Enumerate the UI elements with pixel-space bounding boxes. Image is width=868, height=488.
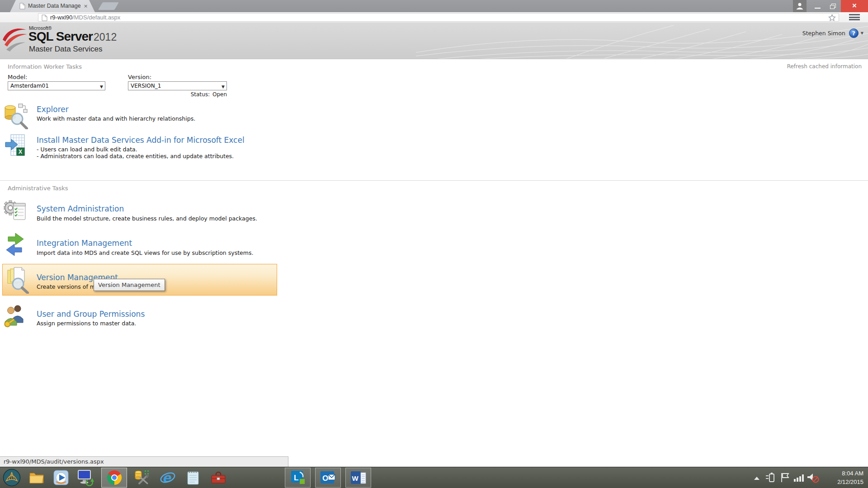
outlook-taskbar-icon[interactable]: O — [315, 468, 341, 488]
lync-taskbar-icon[interactable]: L — [285, 468, 311, 488]
version-select[interactable]: VERSION_1 ▼ — [128, 81, 227, 90]
version-management-icon[interactable] — [6, 267, 32, 294]
page-icon — [42, 14, 47, 21]
integration-management-icon[interactable] — [4, 231, 26, 256]
address-bar[interactable]: r9-wxl90/MDS/default.aspx — [38, 13, 839, 22]
status-label: Status: — [191, 91, 210, 98]
sql-server-logo-icon — [2, 24, 28, 52]
start-button[interactable] — [2, 468, 21, 487]
integration-management-desc: Import data into MDS and create SQL view… — [37, 249, 253, 256]
restore-button[interactable] — [826, 0, 841, 12]
explorer-link[interactable]: Explorer — [37, 105, 69, 114]
system-administration-icon[interactable] — [4, 197, 27, 222]
info-worker-tasks-label: Information Worker Tasks — [8, 63, 82, 70]
chrome-taskbar-icon[interactable] — [101, 468, 127, 488]
excel-addin-link[interactable]: Install Master Data Services Add-in for … — [37, 136, 245, 145]
file-explorer-icon[interactable] — [27, 468, 46, 487]
dropdown-caret-icon: ▼ — [100, 83, 103, 91]
new-tab-button[interactable] — [98, 2, 119, 10]
refresh-cached-information-link[interactable]: Refresh cached information — [787, 63, 862, 70]
tray-clock[interactable]: 8:04 AM 2/12/2015 — [823, 469, 863, 486]
word-taskbar-icon[interactable]: W — [345, 468, 371, 488]
version-status: Status:Open — [128, 91, 227, 98]
product-wordmark: SQL Server2012 — [28, 29, 117, 44]
volume-muted-icon[interactable] — [807, 472, 820, 484]
model-value: Amsterdam01 — [10, 83, 49, 89]
power-plug-icon[interactable] — [765, 472, 777, 483]
remote-desktop-icon[interactable] — [76, 468, 95, 487]
version-value: VERSION_1 — [131, 83, 161, 89]
excel-addin-desc-2: - Administrators can load data, create e… — [37, 153, 234, 160]
user-menu-caret-icon[interactable]: ▼ — [861, 31, 863, 35]
user-group-permissions-desc: Assign permissions to master data. — [37, 320, 136, 327]
svg-text:W: W — [352, 474, 359, 482]
header-mesh-pattern — [416, 23, 868, 59]
product-subtitle: Master Data Services — [29, 45, 103, 54]
svg-text:L: L — [294, 474, 298, 482]
model-label: Model: — [8, 74, 27, 80]
user-group-permissions-link[interactable]: User and Group Permissions — [37, 310, 145, 319]
browser-menu-icon[interactable] — [849, 14, 860, 21]
media-player-icon[interactable] — [52, 468, 71, 487]
version-management-tooltip: Version Management — [94, 279, 165, 291]
explorer-desc: Work with master data and with hierarchy… — [37, 115, 195, 122]
browser-profile-icon[interactable] — [793, 0, 807, 12]
url-host: r9-wxl90 — [50, 14, 72, 21]
user-group-permissions-icon[interactable] — [4, 303, 26, 328]
excel-addin-icon[interactable]: X — [5, 134, 26, 158]
model-select[interactable]: Amsterdam01 ▼ — [8, 81, 105, 90]
svg-text:O: O — [322, 474, 328, 483]
svg-text:X: X — [19, 149, 22, 155]
integration-management-link[interactable]: Integration Management — [37, 239, 132, 248]
explorer-icon[interactable] — [4, 103, 28, 129]
toolbox-icon[interactable] — [209, 468, 228, 487]
browser-tab-strip: Master Data Manage × ✕ — [0, 0, 868, 12]
browser-tab[interactable]: Master Data Manage × — [10, 0, 95, 12]
url-text: r9-wxl90/MDS/default.aspx — [50, 14, 120, 21]
section-divider — [0, 180, 868, 181]
tab-close-icon[interactable]: × — [82, 3, 89, 9]
action-center-flag-icon[interactable] — [779, 472, 791, 483]
dropdown-caret-icon: ▼ — [222, 83, 225, 91]
url-path: /MDS/default.aspx — [72, 14, 120, 21]
status-value: Open — [212, 91, 227, 98]
excel-addin-desc-1: - Users can load and bulk edit data. — [37, 146, 137, 153]
link-preview-statusbar: r9-wxl90/MDS/audit/versions.aspx — [0, 456, 288, 467]
bookmark-star-icon[interactable] — [828, 14, 836, 22]
mds-header: Microsoft® SQL Server2012 Master Data Se… — [0, 23, 868, 59]
tab-title: Master Data Manage — [28, 3, 80, 10]
internet-explorer-icon[interactable]: e — [158, 468, 177, 487]
user-name: Stephen Simon — [802, 30, 845, 37]
taskbar — [0, 467, 868, 488]
version-label: Version: — [128, 74, 151, 80]
help-icon[interactable]: ? — [849, 28, 859, 38]
tray-date: 2/12/2015 — [823, 478, 863, 486]
page-favicon — [19, 3, 25, 9]
notepad-icon[interactable] — [184, 468, 203, 487]
minimize-button[interactable] — [809, 0, 826, 12]
database-tools-icon[interactable] — [133, 468, 152, 487]
show-hidden-icons-arrow[interactable] — [754, 477, 760, 480]
system-administration-link[interactable]: System Administration — [37, 204, 124, 213]
administrative-tasks-label: Administrative Tasks — [8, 185, 68, 192]
system-administration-desc: Build the model structure, create busine… — [37, 215, 257, 222]
close-button[interactable]: ✕ — [841, 0, 868, 12]
tray-time: 8:04 AM — [823, 469, 863, 478]
network-signal-icon[interactable] — [793, 472, 806, 483]
user-area: Stephen Simon ? ▼ — [802, 28, 863, 38]
